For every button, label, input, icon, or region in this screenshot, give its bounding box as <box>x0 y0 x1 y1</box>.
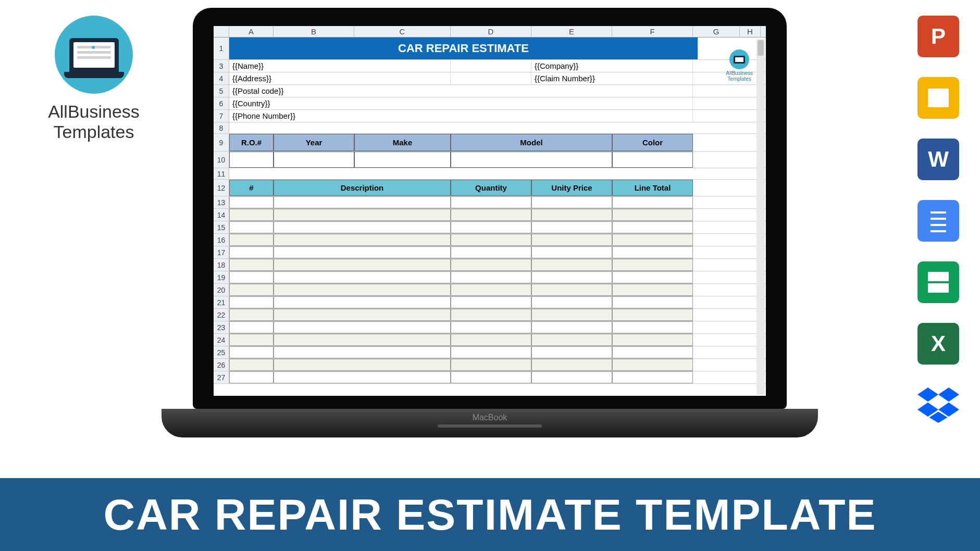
cell-claim[interactable]: {{Claim Number}} <box>531 72 693 84</box>
item-total[interactable] <box>612 296 693 308</box>
cell-name[interactable]: {{Name}} <box>229 60 451 72</box>
item-num[interactable] <box>229 284 274 296</box>
item-desc[interactable] <box>274 234 451 246</box>
cell-company[interactable]: {{Company}} <box>531 60 693 72</box>
item-num[interactable] <box>229 371 274 383</box>
item-qty[interactable] <box>451 271 531 283</box>
item-total[interactable] <box>612 334 693 346</box>
vertical-scrollbar[interactable] <box>756 39 765 395</box>
item-price[interactable] <box>531 221 612 233</box>
item-num[interactable] <box>229 334 274 346</box>
item-total[interactable] <box>612 246 693 258</box>
item-qty[interactable] <box>451 334 531 346</box>
cell-country[interactable]: {{Country}} <box>229 97 693 109</box>
item-num[interactable] <box>229 209 274 221</box>
item-qty[interactable] <box>451 221 531 233</box>
item-price[interactable] <box>531 284 612 296</box>
excel-icon[interactable] <box>917 323 959 365</box>
item-qty[interactable] <box>451 196 531 208</box>
item-total[interactable] <box>612 259 693 271</box>
col-B[interactable]: B <box>274 26 354 37</box>
cell-model[interactable] <box>451 152 612 168</box>
item-desc[interactable] <box>274 196 451 208</box>
col-G[interactable]: G <box>693 26 740 37</box>
item-price[interactable] <box>531 359 612 371</box>
item-total[interactable] <box>612 284 693 296</box>
item-total[interactable] <box>612 321 693 333</box>
cell-year[interactable] <box>274 152 354 168</box>
item-total[interactable] <box>612 221 693 233</box>
item-price[interactable] <box>531 346 612 358</box>
item-num[interactable] <box>229 221 274 233</box>
item-price[interactable] <box>531 209 612 221</box>
item-price[interactable] <box>531 321 612 333</box>
item-desc[interactable] <box>274 209 451 221</box>
item-total[interactable] <box>612 371 693 383</box>
item-qty[interactable] <box>451 209 531 221</box>
item-total[interactable] <box>612 359 693 371</box>
item-total[interactable] <box>612 346 693 358</box>
item-price[interactable] <box>531 259 612 271</box>
item-num[interactable] <box>229 359 274 371</box>
item-qty[interactable] <box>451 259 531 271</box>
item-num[interactable] <box>229 309 274 321</box>
item-num[interactable] <box>229 271 274 283</box>
item-desc[interactable] <box>274 359 451 371</box>
item-price[interactable] <box>531 296 612 308</box>
item-qty[interactable] <box>451 284 531 296</box>
item-num[interactable] <box>229 321 274 333</box>
col-H[interactable]: H <box>740 26 761 37</box>
item-qty[interactable] <box>451 296 531 308</box>
item-num[interactable] <box>229 196 274 208</box>
powerpoint-icon[interactable] <box>917 16 959 57</box>
item-desc[interactable] <box>274 246 451 258</box>
item-qty[interactable] <box>451 309 531 321</box>
item-desc[interactable] <box>274 309 451 321</box>
item-total[interactable] <box>612 196 693 208</box>
cell-ro[interactable] <box>229 152 274 168</box>
item-total[interactable] <box>612 209 693 221</box>
item-num[interactable] <box>229 259 274 271</box>
item-desc[interactable] <box>274 296 451 308</box>
item-price[interactable] <box>531 196 612 208</box>
col-F[interactable]: F <box>612 26 693 37</box>
cell-postal[interactable]: {{Postal code}} <box>229 85 693 97</box>
item-price[interactable] <box>531 371 612 383</box>
item-price[interactable] <box>531 309 612 321</box>
item-qty[interactable] <box>451 359 531 371</box>
item-price[interactable] <box>531 334 612 346</box>
item-num[interactable] <box>229 296 274 308</box>
word-icon[interactable] <box>917 139 959 180</box>
cell-color[interactable] <box>612 152 693 168</box>
item-price[interactable] <box>531 271 612 283</box>
item-qty[interactable] <box>451 234 531 246</box>
google-docs-icon[interactable] <box>917 200 959 242</box>
col-E[interactable]: E <box>531 26 612 37</box>
col-C[interactable]: C <box>354 26 451 37</box>
item-total[interactable] <box>612 234 693 246</box>
item-desc[interactable] <box>274 346 451 358</box>
cell-phone[interactable]: {{Phone Number}} <box>229 110 693 122</box>
item-num[interactable] <box>229 346 274 358</box>
item-qty[interactable] <box>451 346 531 358</box>
item-desc[interactable] <box>274 221 451 233</box>
col-A[interactable]: A <box>229 26 274 37</box>
item-qty[interactable] <box>451 321 531 333</box>
cell-address[interactable]: {{Address}} <box>229 72 451 84</box>
item-total[interactable] <box>612 309 693 321</box>
item-desc[interactable] <box>274 334 451 346</box>
google-slides-icon[interactable] <box>917 77 959 119</box>
item-price[interactable] <box>531 234 612 246</box>
item-num[interactable] <box>229 246 274 258</box>
col-D[interactable]: D <box>451 26 531 37</box>
item-qty[interactable] <box>451 246 531 258</box>
cell-make[interactable] <box>354 152 451 168</box>
item-desc[interactable] <box>274 371 451 383</box>
item-desc[interactable] <box>274 284 451 296</box>
google-sheets-icon[interactable] <box>917 261 959 303</box>
item-qty[interactable] <box>451 371 531 383</box>
item-price[interactable] <box>531 246 612 258</box>
item-num[interactable] <box>229 234 274 246</box>
item-desc[interactable] <box>274 259 451 271</box>
item-desc[interactable] <box>274 271 451 283</box>
